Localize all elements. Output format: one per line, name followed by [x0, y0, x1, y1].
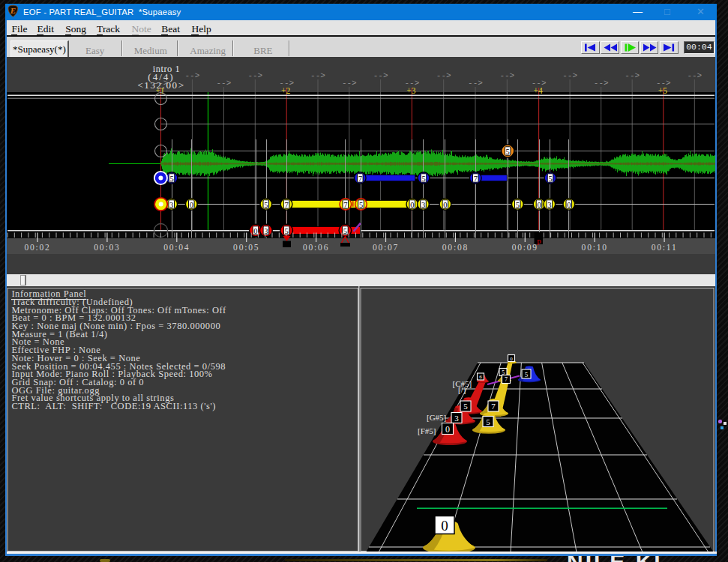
svg-text:5: 5 — [525, 371, 529, 378]
svg-text:5: 5 — [463, 402, 468, 411]
svg-text:7: 7 — [491, 402, 496, 411]
svg-text:[F#5]: [F#5] — [418, 426, 436, 435]
svg-text:0: 0 — [445, 424, 450, 435]
svg-text:0: 0 — [510, 356, 513, 362]
svg-text:0: 0 — [441, 518, 448, 534]
svg-text:[G#5]: [G#5] — [427, 413, 446, 422]
svg-text:7: 7 — [505, 376, 508, 383]
svg-text:6: 6 — [479, 374, 482, 380]
svg-text:[/]: [/] — [458, 385, 466, 394]
svg-text:5: 5 — [486, 417, 490, 426]
svg-text:3: 3 — [454, 414, 459, 423]
